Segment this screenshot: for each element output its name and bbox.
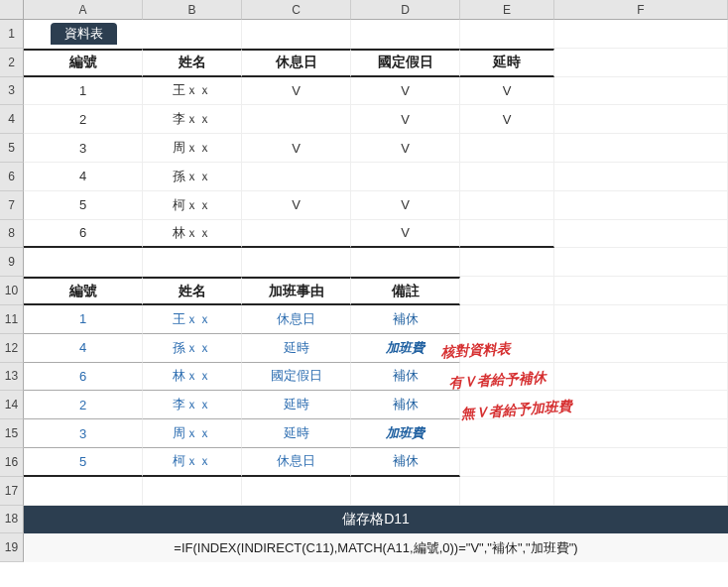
row-header-13[interactable]: 13	[0, 363, 24, 392]
cell-B2[interactable]: 姓名	[143, 49, 242, 77]
cell-D8[interactable]: V	[351, 220, 460, 249]
cell-B11[interactable]: 王ｘｘ	[143, 305, 242, 334]
cell-E8[interactable]	[460, 220, 554, 249]
cell-B8[interactable]: 林ｘｘ	[143, 220, 242, 249]
cell-B3[interactable]: 王ｘｘ	[143, 77, 242, 106]
row-header-12[interactable]: 12	[0, 334, 24, 363]
cell-A2[interactable]: 編號	[24, 49, 143, 77]
spreadsheet-grid[interactable]: A B C D E F 1 資料表 2 編號 姓名 休息日 國定假日 延時 3 …	[0, 0, 728, 562]
cell-B7[interactable]: 柯ｘｘ	[143, 191, 242, 220]
cell-D6[interactable]	[351, 163, 460, 191]
cell-A13[interactable]: 6	[24, 363, 143, 392]
cell-F11[interactable]	[554, 305, 728, 334]
cell-F5[interactable]	[554, 134, 728, 163]
cell-F15[interactable]	[554, 419, 728, 448]
col-header-F[interactable]: F	[554, 0, 728, 20]
cell-B10[interactable]: 姓名	[143, 277, 242, 305]
cell-C1[interactable]	[242, 20, 351, 49]
cell-D17[interactable]	[351, 477, 460, 506]
cell-F8[interactable]	[554, 220, 728, 249]
cell-C13[interactable]: 國定假日	[242, 363, 351, 392]
cell-C14[interactable]: 延時	[242, 391, 351, 419]
cell-A10[interactable]: 編號	[24, 277, 143, 305]
row-header-18[interactable]: 18	[0, 506, 24, 534]
cell-A6[interactable]: 4	[24, 163, 143, 191]
cell-D11[interactable]: 補休	[351, 305, 460, 334]
cell-D9[interactable]	[351, 248, 460, 277]
cell-A9[interactable]	[24, 248, 143, 277]
cell-E15[interactable]	[460, 419, 554, 448]
cell-A12[interactable]: 4	[24, 334, 143, 363]
cell-B12[interactable]: 孫ｘｘ	[143, 334, 242, 363]
col-header-C[interactable]: C	[242, 0, 351, 20]
cell-E17[interactable]	[460, 477, 554, 506]
cell-B15[interactable]: 周ｘｘ	[143, 419, 242, 448]
row-header-15[interactable]: 15	[0, 419, 24, 448]
row-header-14[interactable]: 14	[0, 391, 24, 419]
cell-E2[interactable]: 延時	[460, 49, 554, 77]
cell-F7[interactable]	[554, 191, 728, 220]
cell-C2[interactable]: 休息日	[242, 49, 351, 77]
row-header-17[interactable]: 17	[0, 477, 24, 506]
cell-C10[interactable]: 加班事由	[242, 277, 351, 305]
row-header-6[interactable]: 6	[0, 163, 24, 191]
cell-E9[interactable]	[460, 248, 554, 277]
row-header-16[interactable]: 16	[0, 448, 24, 477]
cell-B1[interactable]	[143, 20, 242, 49]
cell-A7[interactable]: 5	[24, 191, 143, 220]
cell-E7[interactable]	[460, 191, 554, 220]
cell-E10[interactable]	[460, 277, 554, 305]
cell-F10[interactable]	[554, 277, 728, 305]
cell-D14[interactable]: 補休	[351, 391, 460, 419]
cell-B4[interactable]: 李ｘｘ	[143, 105, 242, 134]
cell-C3[interactable]: V	[242, 77, 351, 106]
col-header-E[interactable]: E	[460, 0, 554, 20]
row-header-7[interactable]: 7	[0, 191, 24, 220]
cell-E6[interactable]	[460, 163, 554, 191]
cell-E16[interactable]	[460, 448, 554, 477]
cell-A1[interactable]: 資料表	[24, 20, 143, 49]
cell-B16[interactable]: 柯ｘｘ	[143, 448, 242, 477]
cell-E3[interactable]: V	[460, 77, 554, 106]
cell-B13[interactable]: 林ｘｘ	[143, 363, 242, 392]
cell-D5[interactable]: V	[351, 134, 460, 163]
row-header-1[interactable]: 1	[0, 20, 24, 49]
cell-F2[interactable]	[554, 49, 728, 77]
cell-F12[interactable]	[554, 334, 728, 363]
cell-E5[interactable]	[460, 134, 554, 163]
cell-D16[interactable]: 補休	[351, 448, 460, 477]
cell-C5[interactable]: V	[242, 134, 351, 163]
col-header-B[interactable]: B	[143, 0, 242, 20]
row-header-11[interactable]: 11	[0, 305, 24, 334]
cell-A8[interactable]: 6	[24, 220, 143, 249]
cell-D10[interactable]: 備註	[351, 277, 460, 305]
cell-A4[interactable]: 2	[24, 105, 143, 134]
cell-A16[interactable]: 5	[24, 448, 143, 477]
cell-C12[interactable]: 延時	[242, 334, 351, 363]
cell-F9[interactable]	[554, 248, 728, 277]
cell-F1[interactable]	[554, 20, 728, 49]
cell-A3[interactable]: 1	[24, 77, 143, 106]
row-header-19[interactable]: 19	[0, 533, 24, 562]
cell-A14[interactable]: 2	[24, 391, 143, 419]
cell-C11[interactable]: 休息日	[242, 305, 351, 334]
cell-F6[interactable]	[554, 163, 728, 191]
cell-C16[interactable]: 休息日	[242, 448, 351, 477]
row-header-8[interactable]: 8	[0, 220, 24, 249]
cell-F13[interactable]	[554, 363, 728, 392]
cell-D2[interactable]: 國定假日	[351, 49, 460, 77]
cell-C15[interactable]: 延時	[242, 419, 351, 448]
cell-C4[interactable]	[242, 105, 351, 134]
cell-F16[interactable]	[554, 448, 728, 477]
cell-F17[interactable]	[554, 477, 728, 506]
cell-C17[interactable]	[242, 477, 351, 506]
row-header-2[interactable]: 2	[0, 49, 24, 77]
row-header-4[interactable]: 4	[0, 105, 24, 134]
cell-A15[interactable]: 3	[24, 419, 143, 448]
cell-D15[interactable]: 加班費	[351, 419, 460, 448]
cell-C9[interactable]	[242, 248, 351, 277]
cell-C7[interactable]: V	[242, 191, 351, 220]
cell-A5[interactable]: 3	[24, 134, 143, 163]
cell-F3[interactable]	[554, 77, 728, 106]
cell-A17[interactable]	[24, 477, 143, 506]
